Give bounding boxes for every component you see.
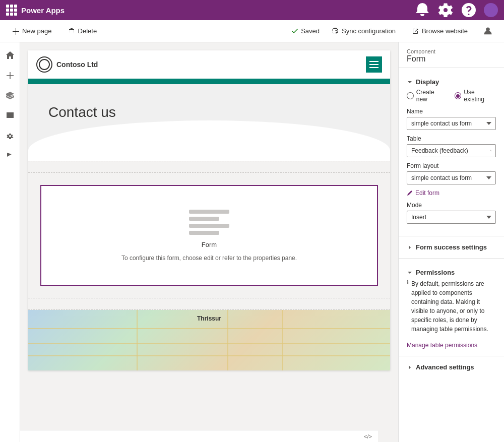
- permissions-section-header[interactable]: Permissions: [407, 266, 496, 279]
- hero-section: Contact us: [28, 84, 390, 161]
- mode-label: Mode: [407, 202, 496, 209]
- name-label: Name: [407, 108, 496, 115]
- settings-button[interactable]: [437, 2, 454, 18]
- section-gap-2: [28, 298, 390, 310]
- table-label: Table: [407, 135, 496, 142]
- panel-divider-2: [399, 236, 504, 236]
- user-menu-button[interactable]: [480, 23, 496, 39]
- radio-group: Create new Use existing: [407, 89, 496, 103]
- panel-divider-4: [399, 356, 504, 356]
- topbar-right: [414, 2, 498, 18]
- edit-form-link[interactable]: Edit form: [407, 190, 496, 197]
- radio-create-new-label: Create new: [416, 89, 447, 103]
- form-icon: [189, 210, 229, 235]
- mode-field: Mode Insert: [407, 202, 496, 224]
- help-button[interactable]: [461, 2, 477, 18]
- display-section-header[interactable]: Display: [407, 75, 496, 89]
- teal-stripe: [28, 80, 390, 84]
- sidebar-flag-icon[interactable]: [1, 147, 19, 165]
- panel-divider-1: [399, 68, 504, 68]
- hero-title: Contact us: [48, 104, 370, 120]
- left-sidebar: [0, 42, 20, 442]
- sidebar-message-icon[interactable]: [1, 107, 19, 125]
- radio-use-existing-circle[interactable]: [455, 92, 462, 99]
- component-label: Component: [407, 48, 496, 54]
- toolbar-right: Saved Sync configuration Browse website: [291, 23, 496, 39]
- component-title: Form: [407, 54, 496, 64]
- code-icon[interactable]: </>: [364, 433, 372, 439]
- website-preview: Contoso Ltd Contact us: [28, 50, 390, 370]
- saved-indicator: Saved: [291, 27, 320, 35]
- main-layout: Contoso Ltd Contact us: [0, 42, 504, 442]
- hamburger-menu[interactable]: [366, 56, 382, 73]
- toolbar-left: New page Delete: [8, 24, 101, 38]
- sidebar-layers-icon[interactable]: [1, 87, 19, 105]
- form-layout-dropdown[interactable]: simple contact us form: [407, 171, 496, 184]
- company-name: Contoso Ltd: [56, 60, 98, 69]
- topbar: Power Apps: [0, 0, 504, 20]
- form-placeholder-description: To configure this form, choose edit or r…: [121, 255, 297, 262]
- radio-create-new[interactable]: Create new: [407, 89, 447, 103]
- map-section: Thrissur: [28, 310, 390, 370]
- panel-header: Component Form: [399, 42, 504, 66]
- map-placeholder: Thrissur: [28, 310, 390, 370]
- radio-use-existing-label: Use existing: [464, 89, 496, 103]
- form-placeholder-title: Form: [202, 241, 217, 248]
- manage-permissions-link[interactable]: Manage table permissions: [407, 342, 477, 349]
- delete-button[interactable]: Delete: [64, 24, 101, 38]
- sidebar-home-icon[interactable]: [1, 46, 19, 65]
- form-success-section[interactable]: Form success settings: [399, 238, 504, 256]
- new-page-button[interactable]: New page: [8, 24, 56, 38]
- form-placeholder[interactable]: Form To configure this form, choose edit…: [40, 185, 378, 286]
- notification-button[interactable]: [414, 2, 430, 18]
- form-layout-field: Form layout simple contact us form: [407, 162, 496, 184]
- display-section: Display Create new Use existing Name sim…: [399, 70, 504, 234]
- table-search-input[interactable]: [411, 147, 487, 154]
- form-section[interactable]: Form To configure this form, choose edit…: [28, 173, 390, 298]
- user-avatar[interactable]: [484, 3, 498, 17]
- hero-bg-decoration: [28, 120, 390, 161]
- table-field: Table: [407, 135, 496, 157]
- right-panel: Component Form Display Create new Use ex…: [398, 42, 504, 442]
- browse-website-button[interactable]: Browse website: [408, 24, 472, 38]
- panel-divider-3: [399, 258, 504, 259]
- table-search[interactable]: [407, 144, 496, 157]
- waffle-icon[interactable]: [6, 5, 17, 16]
- mode-dropdown[interactable]: Insert: [407, 211, 496, 224]
- sidebar-add-icon[interactable]: [1, 67, 19, 85]
- name-field: Name simple contact us form: [407, 108, 496, 130]
- radio-use-existing[interactable]: Use existing: [455, 89, 496, 103]
- name-dropdown[interactable]: simple contact us form: [407, 117, 496, 130]
- preview-navbar: Contoso Ltd: [28, 50, 390, 80]
- section-gap-1: [28, 161, 390, 173]
- permissions-text: By default, permissions are applied to c…: [411, 279, 496, 334]
- toolbar: New page Delete Saved Sync configuration…: [0, 20, 504, 42]
- canvas-area[interactable]: Contoso Ltd Contact us: [20, 42, 398, 442]
- bottom-bar: </>: [20, 430, 378, 442]
- sync-config-button[interactable]: Sync configuration: [328, 24, 400, 38]
- permissions-info-icon: ℹ: [407, 279, 409, 286]
- topbar-left: Power Apps: [6, 5, 65, 16]
- app-name: Power Apps: [21, 6, 65, 15]
- radio-create-new-circle[interactable]: [407, 92, 414, 99]
- permissions-section: Permissions ℹ By default, permissions ar…: [399, 261, 504, 354]
- sidebar-settings-icon[interactable]: [1, 127, 19, 145]
- preview-logo: Contoso Ltd: [36, 56, 98, 73]
- app-logo: Power Apps: [6, 5, 65, 16]
- advanced-settings-section[interactable]: Advanced settings: [399, 358, 504, 376]
- company-logo-icon: [36, 56, 52, 73]
- form-layout-label: Form layout: [407, 162, 496, 169]
- map-city-label: Thrissur: [197, 315, 221, 322]
